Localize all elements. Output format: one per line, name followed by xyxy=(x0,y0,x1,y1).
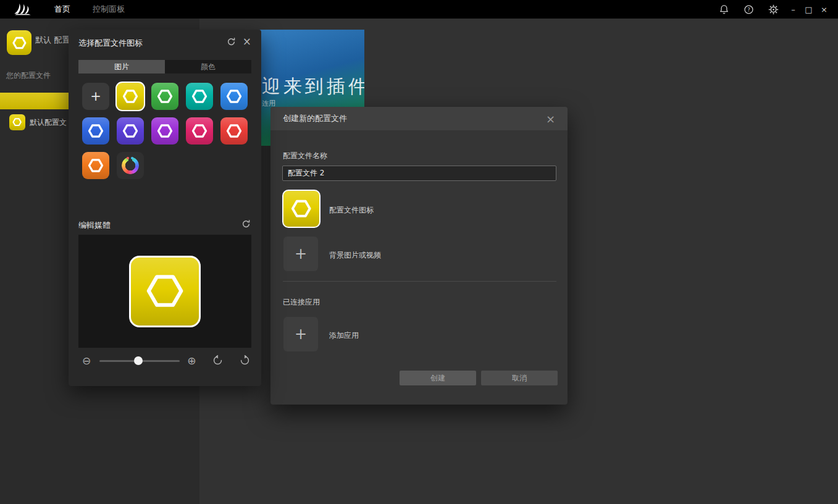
icon-picker-title: 选择配置文件图标 xyxy=(78,38,143,49)
zoom-in-icon[interactable]: ⊕ xyxy=(187,356,196,366)
icon-tile-hex-indigo[interactable] xyxy=(117,117,144,145)
connected-apps-label: 已连接应用 xyxy=(283,297,320,308)
help-icon[interactable]: ? xyxy=(736,0,761,19)
profile-item-label: 默认配置文 xyxy=(30,117,67,128)
zoom-out-icon[interactable]: ⊖ xyxy=(82,356,91,366)
icon-tile-hex-red[interactable] xyxy=(220,117,248,145)
svg-text:?: ? xyxy=(747,6,750,12)
create-close-icon[interactable]: × xyxy=(546,112,555,125)
profile-item-icon xyxy=(9,114,25,130)
nav-tab-dashboard[interactable]: 控制面板 xyxy=(84,0,133,19)
corsair-logo-icon[interactable] xyxy=(14,2,35,16)
icon-grid: + xyxy=(82,83,248,179)
cancel-button[interactable]: 取消 xyxy=(481,371,558,385)
banner-title: 迎来到插件 xyxy=(262,74,364,99)
icue-app-window: 首页 控制面板 ? xyxy=(0,0,838,504)
notifications-icon[interactable] xyxy=(711,0,736,19)
profile-name-label: 配置文件名称 xyxy=(283,151,327,161)
refresh-icon[interactable] xyxy=(227,37,237,47)
tab-colors[interactable]: 颜色 xyxy=(165,60,251,74)
icon-tile-hex-purple[interactable] xyxy=(151,117,178,145)
titlebar: 首页 控制面板 ? xyxy=(0,0,838,19)
icon-tile-hex-teal[interactable] xyxy=(186,83,213,110)
create-profile-dialog: 创建新的配置文件 × 配置文件名称 配置文件图标 + 背景图片或视频 已连接应用… xyxy=(270,107,568,405)
maximize-button[interactable]: □ xyxy=(801,0,816,19)
rotate-right-icon[interactable] xyxy=(240,355,251,366)
icon-picker-dialog: 选择配置文件图标 × 图片 颜色 + 编輯媒體 ⊖ ⊕ xyxy=(69,30,261,386)
picker-close-icon[interactable]: × xyxy=(243,35,251,48)
titlebar-actions: ? – □ × xyxy=(711,0,838,19)
icon-tile-add-media[interactable]: + xyxy=(82,83,109,110)
background-upload-tile[interactable]: + xyxy=(283,237,318,271)
zoom-slider[interactable] xyxy=(99,353,180,368)
picker-tabs: 图片 颜色 xyxy=(78,60,251,74)
active-profile-icon[interactable] xyxy=(7,30,31,55)
tab-images[interactable]: 图片 xyxy=(78,60,165,74)
profiles-section-label: 您的配置文件 xyxy=(6,70,51,81)
add-app-label: 添加应用 xyxy=(329,330,359,341)
zoom-slider-thumb[interactable] xyxy=(134,356,143,365)
media-preview xyxy=(78,235,251,348)
media-refresh-icon[interactable] xyxy=(241,219,251,229)
dialog-buttons: 创建 取消 xyxy=(400,371,558,385)
edit-media-label: 编輯媒體 xyxy=(78,220,111,231)
profile-name-input[interactable] xyxy=(282,166,556,181)
icon-tile-hex-magenta[interactable] xyxy=(186,117,213,145)
media-controls: ⊖ ⊕ xyxy=(78,353,251,368)
divider xyxy=(283,281,556,282)
icon-tile-hex-orange[interactable] xyxy=(82,152,109,179)
profile-icon-tile[interactable] xyxy=(282,190,321,228)
create-dialog-header: 创建新的配置文件 × xyxy=(270,107,568,130)
add-app-tile[interactable]: + xyxy=(283,317,318,351)
icon-tile-hex-green[interactable] xyxy=(151,83,178,110)
close-button[interactable]: × xyxy=(816,0,832,19)
settings-gear-icon[interactable] xyxy=(761,0,786,19)
nav-tab-home[interactable]: 首页 xyxy=(46,0,79,19)
profile-icon-label: 配置文件图标 xyxy=(329,205,374,216)
rotate-left-icon[interactable] xyxy=(212,355,224,366)
icon-tile-icue-logo[interactable] xyxy=(117,152,144,179)
active-profile-name: 默认 配置 xyxy=(35,35,70,46)
background-label: 背景图片或视频 xyxy=(329,250,381,261)
icon-tile-hex-skyblue[interactable] xyxy=(220,83,248,110)
main-nav: 首页 控制面板 xyxy=(46,0,133,19)
selected-icon-preview xyxy=(129,256,201,327)
background-plus-icon: + xyxy=(295,246,307,261)
minimize-button[interactable]: – xyxy=(786,0,801,19)
create-dialog-title: 创建新的配置文件 xyxy=(283,113,347,124)
create-button[interactable]: 创建 xyxy=(400,371,476,385)
icon-tile-hex-yellow[interactable] xyxy=(117,83,144,110)
icue-logo-icon xyxy=(122,157,139,174)
add-app-plus-icon: + xyxy=(295,327,307,342)
icon-tile-hex-blue[interactable] xyxy=(82,117,109,145)
